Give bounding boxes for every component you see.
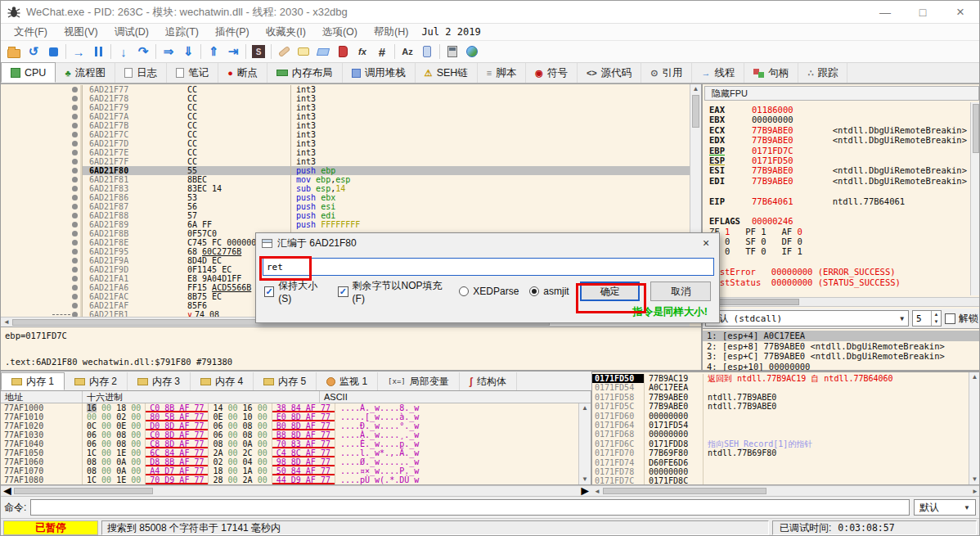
- breakpoint-dot-icon[interactable]: [72, 141, 78, 146]
- register-row[interactable]: EFLAGS00000246: [709, 216, 969, 226]
- scrollbar-thumb[interactable]: [603, 488, 766, 494]
- xedparse-radio[interactable]: [459, 286, 469, 296]
- memtab-struct[interactable]: ʃ结构体: [460, 372, 517, 390]
- run-to-cursor-icon[interactable]: ⇒: [159, 43, 178, 61]
- breakpoint-dot-icon[interactable]: [72, 123, 78, 128]
- scroll-right-arrow-icon[interactable]: ►: [969, 488, 980, 495]
- tab-threads[interactable]: →线程: [692, 63, 744, 83]
- scroll-left-arrow-icon[interactable]: ◄: [1, 318, 12, 326]
- breakpoint-gutter[interactable]: [1, 256, 83, 265]
- breakpoint-dot-icon[interactable]: [72, 168, 78, 173]
- scroll-up-arrow-icon[interactable]: ▲: [690, 84, 701, 94]
- stack-row[interactable]: 0171FD640171FD54: [592, 421, 969, 430]
- nop-fill-option[interactable]: ✓ 剩余字节以NOP填充(F): [338, 279, 448, 304]
- last-status-row[interactable]: LastStatus 00000000 (STATUS_SUCCESS): [709, 277, 969, 287]
- breakpoint-dot-icon[interactable]: [72, 267, 78, 273]
- dump-horizontal-scrollbar[interactable]: ◄ ►: [1, 485, 591, 496]
- minimize-button[interactable]: —: [866, 1, 904, 23]
- cancel-button[interactable]: 取消: [650, 282, 711, 301]
- disassembly-row[interactable]: 6AD21F8857push edi: [1, 211, 690, 220]
- argument-row[interactable]: 3: [esp+C] 77B9ABE0 <ntdll.DbgUiRemoteBr…: [703, 351, 980, 362]
- pause-icon[interactable]: [88, 43, 108, 61]
- menu-item[interactable]: 追踪(T): [157, 25, 207, 39]
- breakpoint-dot-icon[interactable]: [72, 285, 78, 291]
- strings-icon[interactable]: Az: [398, 43, 417, 61]
- register-row[interactable]: ESP0171FD50: [709, 155, 969, 165]
- labels-icon[interactable]: [313, 43, 333, 61]
- tab-graph[interactable]: ♣流程图: [56, 63, 115, 83]
- flags-row[interactable]: OF 0 SF 0 DF 0: [709, 236, 969, 246]
- last-status-row[interactable]: LastError 00000000 (ERROR_SUCCESS): [709, 267, 969, 277]
- bookmarks-icon[interactable]: [333, 43, 353, 61]
- argument-row[interactable]: 2: [esp+8] 77B9ABE0 <ntdll.DbgUiRemoteBr…: [703, 341, 980, 352]
- dump-row[interactable]: 77AF10200C 00 0E 00D0 8D AF 7706 00 08 0…: [1, 421, 578, 430]
- disassembly-row[interactable]: 6AD21F7BCCint3: [1, 121, 690, 130]
- flags-row[interactable]: ZF 1 PF 1 AF 0: [709, 227, 969, 236]
- breakpoint-gutter[interactable]: [1, 112, 83, 121]
- register-row[interactable]: [709, 186, 969, 196]
- disassembly-row[interactable]: 6AD21F78CCint3: [1, 94, 690, 103]
- asmjit-radio[interactable]: [529, 286, 539, 296]
- breakpoint-dot-icon[interactable]: [72, 231, 78, 236]
- memtab-mem4[interactable]: 内存 4: [191, 372, 254, 390]
- register-row[interactable]: EBX00000000: [709, 115, 969, 124]
- breakpoint-dot-icon[interactable]: [72, 204, 78, 209]
- menu-item[interactable]: 帮助(H): [366, 25, 416, 39]
- tab-callstack[interactable]: 调用堆栈: [343, 63, 416, 83]
- close-button[interactable]: ×: [942, 1, 979, 23]
- argument-row[interactable]: 1: [esp+4] A0C17EEA: [703, 331, 980, 341]
- registers-vertical-scrollbar[interactable]: [970, 102, 980, 295]
- disassembly-row[interactable]: 6AD21F77CCint3: [1, 85, 690, 94]
- breakpoint-gutter[interactable]: [1, 265, 83, 274]
- disassembly-row[interactable]: 6AD21F8756push esi: [1, 202, 690, 211]
- breakpoint-gutter[interactable]: [1, 139, 83, 148]
- breakpoint-gutter[interactable]: [1, 229, 83, 238]
- breakpoint-dot-icon[interactable]: [72, 222, 78, 227]
- menu-item[interactable]: 文件(F): [6, 25, 56, 39]
- flags-row[interactable]: CF 0 TF 0 IF 1: [709, 246, 969, 256]
- stack-row[interactable]: 0171FD5C77B9ABE0ntdll.77B9ABE0: [592, 402, 969, 411]
- register-row[interactable]: EBP0171FD7C: [709, 146, 969, 155]
- breakpoint-gutter[interactable]: [1, 301, 83, 310]
- tab-memmap[interactable]: 内存布局: [267, 63, 343, 83]
- keep-size-checkbox[interactable]: ✓: [264, 286, 274, 297]
- breakpoint-gutter[interactable]: [1, 94, 83, 103]
- registers-horizontal-scrollbar[interactable]: [703, 297, 980, 307]
- calculator-icon[interactable]: [443, 43, 462, 61]
- breakpoint-dot-icon[interactable]: [72, 303, 78, 309]
- tab-seh[interactable]: ⚠SEH链: [416, 63, 478, 83]
- breakpoint-dot-icon[interactable]: [72, 258, 78, 263]
- menu-item[interactable]: 调试(D): [106, 25, 157, 39]
- tab-symbols[interactable]: ◉符号: [526, 63, 578, 83]
- dump-vertical-scrollbar[interactable]: ▲ ▼: [578, 403, 591, 484]
- breakpoint-dot-icon[interactable]: [72, 96, 78, 101]
- stack-vertical-scrollbar[interactable]: ▲ ▼: [969, 372, 980, 484]
- register-row[interactable]: EDI77B9ABE0 <ntdll.DbgUiRemoteBreakin>: [709, 176, 969, 186]
- command-script-dropdown[interactable]: 默认 ▼: [914, 499, 976, 516]
- memtab-mem2[interactable]: 内存 2: [65, 372, 128, 390]
- register-row[interactable]: ECX77B9ABE0 <ntdll.DbgUiRemoteBreakin>: [709, 125, 969, 135]
- disassembly-row[interactable]: 6AD21F8653push ebx: [1, 193, 690, 202]
- breakpoint-dot-icon[interactable]: [72, 240, 78, 245]
- register-row[interactable]: [709, 206, 969, 216]
- disassembly-row[interactable]: 6AD21F7ECCint3: [1, 148, 690, 157]
- breakpoint-gutter[interactable]: [1, 238, 83, 247]
- breakpoint-gutter[interactable]: [1, 274, 83, 283]
- functions-icon[interactable]: fx: [353, 43, 372, 61]
- register-row[interactable]: EAX01186000: [709, 105, 969, 115]
- globe-icon[interactable]: [462, 43, 482, 61]
- tab-script[interactable]: ≡脚本: [478, 63, 526, 83]
- stack-view[interactable]: 0171FD5077B9AC19返回到 ntdll.77B9AC19 自 ntd…: [591, 372, 980, 485]
- breakpoint-gutter[interactable]: [1, 166, 83, 175]
- restart-icon[interactable]: ↺: [24, 43, 43, 61]
- scroll-down-arrow-icon[interactable]: ▼: [969, 475, 980, 484]
- patch-icon[interactable]: [274, 43, 294, 61]
- breakpoint-dot-icon[interactable]: [72, 132, 78, 137]
- stack-row[interactable]: 0171FD7800000000: [592, 467, 969, 476]
- dump-row[interactable]: 77AF101000 00 02 0080 5B AF 770E 00 10 0…: [1, 412, 578, 421]
- disassembly-row[interactable]: 6AD21F7DCCint3: [1, 139, 690, 148]
- stack-row[interactable]: 0171FD6800000000: [592, 430, 969, 439]
- breakpoint-gutter[interactable]: [1, 202, 83, 211]
- scrollbar-thumb[interactable]: [14, 488, 153, 494]
- tab-source[interactable]: <>源代码: [578, 63, 641, 83]
